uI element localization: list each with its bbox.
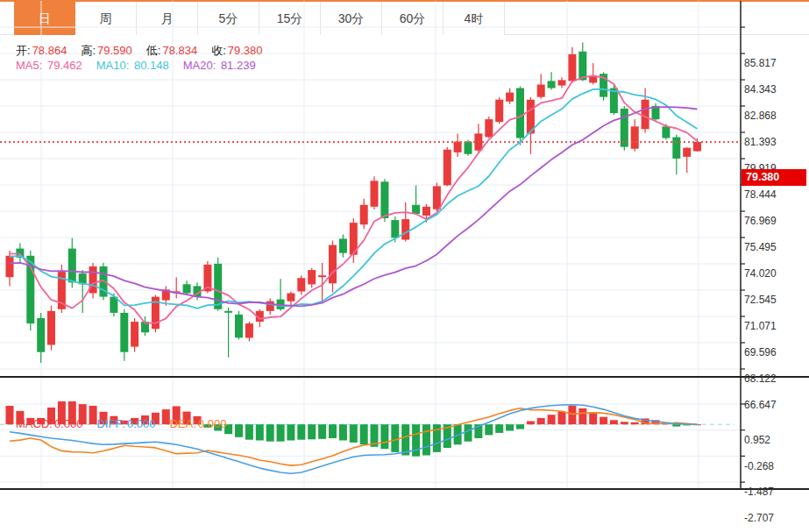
axis-tick-label: 81.393 — [744, 136, 805, 148]
axis-tick-label: 84.343 — [744, 83, 805, 96]
axis-tick-label: 66.647 — [744, 399, 805, 411]
legend-value: 0.000 — [127, 417, 156, 430]
legend-value: 80.148 — [134, 59, 169, 72]
axis-tick-label: 71.071 — [744, 320, 805, 332]
legend-value: 78.864 — [32, 44, 67, 57]
legend-value: 78.834 — [162, 44, 197, 57]
axis-tick-label: 75.495 — [744, 241, 805, 253]
legend-label: MA5: — [16, 59, 46, 72]
axis-tick-label: 68.122 — [744, 372, 805, 385]
legend-value: 79.590 — [97, 44, 132, 57]
legend-label: 收: — [211, 44, 226, 57]
legend-value: 79.380 — [228, 44, 263, 57]
axis-tick-label: 69.596 — [744, 346, 805, 358]
legend-value: 0.000 — [54, 417, 83, 430]
axis-tick-label: -2.707 — [744, 512, 805, 524]
axis-tick-label: -1.487 — [744, 486, 805, 498]
legend-label: DEA: — [169, 417, 195, 430]
legend-value: 79.462 — [47, 59, 82, 72]
legend-value: 81.239 — [221, 59, 256, 72]
axis-tick-label: 72.545 — [744, 294, 805, 306]
legend-label: 开: — [16, 44, 31, 57]
last-price-badge: 79.380 — [742, 169, 806, 186]
axis-tick-label: 0.952 — [744, 434, 805, 446]
legend-label: MACD: — [16, 417, 53, 430]
axis-tick-label: 74.020 — [744, 267, 805, 280]
axis-tick-label: 76.969 — [744, 215, 805, 227]
macd-readout: MACD:0.000DIFF:0.000DEA:0.000 — [16, 417, 240, 430]
ohlc-readout: 开:78.864高:79.590低:78.834收:79.380 — [16, 43, 277, 59]
kline-chart-app: 日周月5分15分30分60分4时 开:78.864高:79.590低:78.83… — [0, 0, 809, 532]
legend-label: DIFF: — [96, 417, 125, 430]
axis-tick-label: 82.868 — [744, 110, 805, 122]
legend-label: MA10: — [96, 59, 132, 72]
legend-value: 0.000 — [198, 417, 227, 430]
legend-label: MA20: — [183, 59, 219, 72]
axis-tick-label: 78.444 — [744, 188, 805, 201]
ma-readout: MA5: 79.462MA10: 80.148MA20: 81.239 — [16, 59, 270, 72]
legend-label: 低: — [146, 44, 161, 57]
legend-label: 高: — [81, 44, 96, 57]
chart-canvas[interactable]: 开:78.864高:79.590低:78.834收:79.380 MA5: 79… — [0, 36, 809, 532]
axis-tick-label: 85.817 — [744, 57, 805, 69]
axis-tick-label: -0.268 — [744, 460, 805, 472]
